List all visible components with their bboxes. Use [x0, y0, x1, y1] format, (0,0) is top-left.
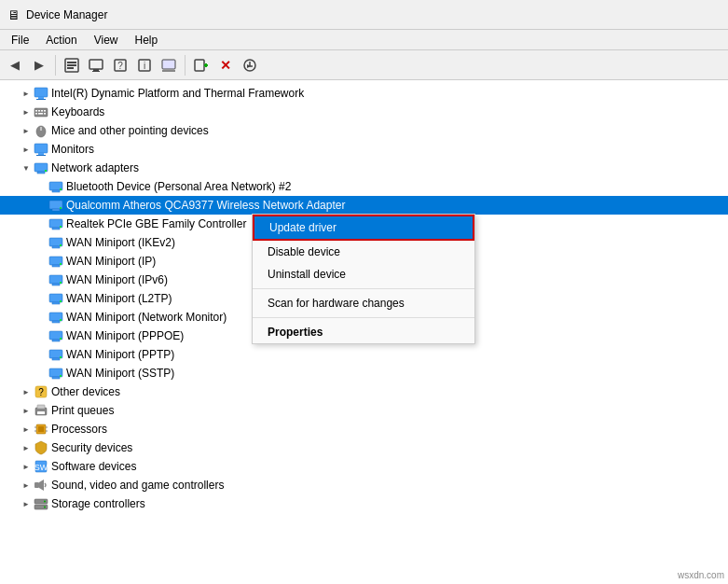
label-realtek: Realtek PCIe GBE Family Controller [66, 217, 246, 230]
add-button[interactable] [190, 54, 213, 76]
label-software-devices: Software devices [51, 460, 136, 473]
icon-wan-pptp [48, 347, 63, 362]
update-toolbar-button[interactable] [239, 54, 261, 76]
ctx-item-update-driver[interactable]: Update driver [253, 215, 474, 241]
back-button[interactable]: ◀ [4, 54, 26, 76]
expander-intel[interactable]: ► [19, 86, 34, 101]
toolbar-sep-1 [55, 55, 56, 76]
svg-point-57 [60, 300, 62, 302]
expander-other-devices[interactable]: ► [19, 384, 34, 399]
label-wan-ipv6: WAN Miniport (IPv6) [66, 273, 168, 286]
expander-print-queues[interactable]: ► [19, 403, 34, 418]
icon-mice [34, 123, 48, 138]
menu-view[interactable]: View [87, 32, 126, 49]
svg-rect-35 [37, 172, 45, 174]
tree-item-wan-sstp[interactable]: WAN Miniport (SSTP) [0, 364, 728, 382]
tree-item-sound[interactable]: ►Sound, video and game controllers [0, 476, 728, 494]
help-button[interactable]: ? [109, 54, 131, 76]
icon-monitors [34, 142, 48, 157]
svg-rect-31 [34, 144, 48, 153]
svg-rect-28 [44, 113, 46, 115]
tree-item-wan-pptp[interactable]: WAN Miniport (PPTP) [0, 345, 728, 364]
svg-point-45 [60, 226, 62, 228]
watermark: wsxdn.com [678, 570, 724, 580]
title-bar-title: Device Manager [26, 8, 107, 21]
svg-rect-23 [38, 110, 40, 112]
ctx-item-properties[interactable]: Properties [253, 321, 474, 343]
svg-rect-11 [162, 60, 175, 69]
tree-item-storage[interactable]: ►Storage controllers [0, 494, 728, 513]
svg-point-36 [45, 170, 47, 172]
tree-item-monitors[interactable]: ►Monitors [0, 140, 728, 159]
tree-item-other-devices[interactable]: ►?Other devices [0, 382, 728, 401]
info-button[interactable]: i [133, 54, 156, 76]
label-security-devices: Security devices [51, 441, 132, 454]
svg-rect-6 [92, 71, 100, 72]
tree-item-processors[interactable]: ►Processors [0, 420, 728, 438]
menu-help[interactable]: Help [128, 32, 166, 49]
expander-security-devices[interactable]: ► [19, 440, 34, 455]
svg-rect-76 [38, 426, 44, 432]
label-wan-pptp: WAN Miniport (PPTP) [66, 348, 174, 361]
svg-rect-13 [195, 60, 204, 71]
expander-software-devices[interactable]: ► [19, 459, 34, 474]
label-wan-sstp: WAN Miniport (SSTP) [66, 367, 174, 380]
expander-processors[interactable]: ► [19, 422, 34, 437]
svg-rect-74 [37, 411, 45, 414]
expander-mice[interactable]: ► [19, 123, 34, 138]
tree-item-security-devices[interactable]: ►Security devices [0, 438, 728, 457]
svg-point-51 [60, 263, 62, 265]
expander-monitors[interactable]: ► [19, 142, 34, 157]
expander-sound[interactable]: ► [19, 478, 34, 493]
ctx-item-disable-device[interactable]: Disable device [253, 241, 474, 263]
tree-item-bluetooth[interactable]: Bluetooth Device (Personal Area Network)… [0, 177, 728, 196]
expander-network-adapters[interactable]: ▼ [19, 160, 34, 175]
ctx-item-scan-changes[interactable]: Scan for hardware changes [253, 292, 474, 314]
svg-point-54 [60, 282, 62, 284]
tree-item-print-queues[interactable]: ►Print queues [0, 401, 728, 420]
svg-rect-3 [67, 67, 74, 69]
label-wan-l2tp: WAN Miniport (L2TP) [66, 292, 172, 305]
svg-rect-53 [52, 284, 60, 285]
tree-item-network-adapters[interactable]: ▼Network adapters [0, 159, 728, 177]
tree-item-mice[interactable]: ►Mice and other pointing devices [0, 121, 728, 140]
icon-wan-ip [48, 254, 63, 269]
svg-rect-44 [52, 228, 60, 229]
remove-button[interactable]: ✕ [214, 54, 237, 76]
toolbar: ◀ ▶ ? i ✕ [0, 50, 728, 80]
svg-rect-32 [38, 153, 44, 155]
properties-button[interactable] [61, 54, 83, 76]
ctx-item-uninstall-device[interactable]: Uninstall device [253, 263, 474, 285]
svg-rect-21 [34, 108, 48, 117]
svg-point-39 [60, 188, 62, 190]
icon-print-queues [34, 403, 48, 418]
svg-point-48 [60, 244, 62, 246]
icon-bluetooth [48, 179, 63, 194]
svg-rect-56 [52, 302, 60, 304]
expander-keyboards[interactable]: ► [19, 104, 34, 119]
menu-file[interactable]: File [4, 32, 36, 49]
menu-action[interactable]: Action [38, 32, 84, 49]
scan-button[interactable] [85, 54, 107, 76]
label-qualcomm: Qualcomm Atheros QCA9377 Wireless Networ… [66, 199, 345, 212]
ctx-sep-sep2 [253, 317, 474, 318]
svg-rect-65 [52, 358, 60, 360]
toolbar-sep-2 [185, 55, 185, 76]
tree-item-keyboards[interactable]: ►Keyboards [0, 103, 728, 121]
title-bar: 🖥 Device Manager [0, 0, 728, 30]
icon-wan-netmon [48, 310, 63, 325]
icon-software-devices: SW [34, 459, 48, 474]
icon-sound [34, 478, 48, 493]
icon-network-adapters [34, 160, 48, 175]
view-button[interactable] [158, 54, 180, 76]
tree-item-qualcomm[interactable]: Qualcomm Atheros QCA9377 Wireless Networ… [0, 196, 728, 215]
label-monitors: Monitors [51, 143, 94, 156]
svg-rect-38 [52, 190, 60, 192]
tree-item-software-devices[interactable]: ►SWSoftware devices [0, 457, 728, 476]
icon-wan-pppoe [48, 328, 63, 343]
forward-button[interactable]: ▶ [28, 54, 50, 76]
svg-rect-22 [35, 110, 37, 112]
expander-storage[interactable]: ► [19, 496, 34, 511]
tree-item-intel[interactable]: ►Intel(R) Dynamic Platform and Thermal F… [0, 84, 728, 103]
svg-rect-24 [41, 110, 43, 112]
